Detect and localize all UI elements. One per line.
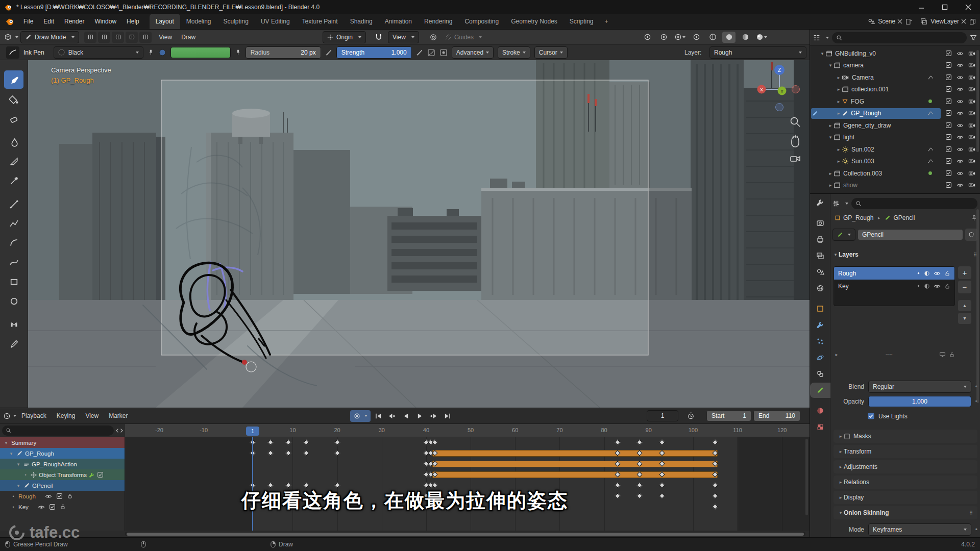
outliner-scrollbar[interactable] xyxy=(976,50,979,152)
disclosure-triangle[interactable]: ▾ xyxy=(819,51,825,56)
onion-skinning-panel-header[interactable]: ▾Onion Skinning ⠿ xyxy=(834,506,977,519)
object-visibility-icon[interactable] xyxy=(641,32,654,43)
playhead[interactable] xyxy=(252,437,253,531)
jump-to-end-button[interactable] xyxy=(441,410,453,422)
hide-eye-icon[interactable] xyxy=(957,62,964,69)
properties-editor-icon[interactable] xyxy=(832,200,840,207)
modifier-wrench-icon[interactable] xyxy=(89,472,95,478)
outliner-row-sun.002[interactable]: ▸Sun.002 xyxy=(810,143,980,156)
channel-object-transforms[interactable]: •Object Transforms xyxy=(0,469,125,480)
gpencil-datablock-browse[interactable] xyxy=(832,229,855,241)
radius-pressure-icon[interactable] xyxy=(325,49,332,56)
tool-fill[interactable] xyxy=(4,90,23,108)
exclude-checkbox[interactable] xyxy=(945,146,952,153)
hide-eye-icon[interactable] xyxy=(957,110,964,117)
outliner-row-collection.001[interactable]: ▸collection.001 xyxy=(810,84,980,96)
use-lights-checkbox[interactable] xyxy=(867,412,875,420)
tool-arc[interactable] xyxy=(4,234,23,252)
exclude-checkbox[interactable] xyxy=(945,122,952,129)
viewport-3d[interactable]: Z X Y Camera Perspective (1) GP_Rough xyxy=(28,60,810,408)
hide-eye-icon[interactable] xyxy=(957,86,964,93)
menu-window[interactable]: Window xyxy=(89,14,121,29)
falloff-toggle-icon[interactable] xyxy=(427,48,435,57)
disclosure-triangle[interactable]: ▸ xyxy=(827,171,834,176)
workspace-tab-animation[interactable]: Animation xyxy=(379,14,418,29)
shading-material-icon[interactable] xyxy=(739,32,752,43)
blend-dropdown[interactable]: Regular xyxy=(868,381,971,393)
use-lights-label[interactable]: Use Lights xyxy=(878,413,908,420)
hide-eye-icon[interactable] xyxy=(957,182,964,189)
outliner-row-gnbuilding_v0[interactable]: ▾GNBuilding_v0 xyxy=(810,47,980,60)
multiframe-icon[interactable] xyxy=(84,32,96,43)
exclude-checkbox[interactable] xyxy=(945,134,952,141)
tool-circle[interactable] xyxy=(4,292,23,310)
panel-display[interactable]: ▸Display xyxy=(834,491,977,504)
exclude-checkbox[interactable] xyxy=(945,110,952,117)
workspace-tab-rendering[interactable]: Rendering xyxy=(418,14,458,29)
exclude-checkbox[interactable] xyxy=(945,182,952,189)
menu-file[interactable]: File xyxy=(18,14,38,29)
workspace-tab-scripting[interactable]: Scripting xyxy=(564,14,600,29)
layer-hide-icon[interactable] xyxy=(934,283,941,290)
disable-render-icon[interactable] xyxy=(968,110,976,117)
play-button[interactable] xyxy=(413,410,426,422)
disclosure-triangle[interactable]: ▸ xyxy=(836,159,842,164)
screen-icon[interactable] xyxy=(939,351,946,358)
properties-tab-view-layer[interactable] xyxy=(810,248,830,263)
viewport-scene[interactable]: Z X Y xyxy=(28,60,810,408)
advanced-popover[interactable]: Advanced xyxy=(452,46,494,59)
use-preview-range-icon[interactable] xyxy=(687,412,695,420)
outliner-row-show[interactable]: ▸show xyxy=(810,180,980,192)
tool-line[interactable] xyxy=(4,195,23,213)
exclude-checkbox[interactable] xyxy=(945,98,952,105)
scene-unlink-icon[interactable] xyxy=(897,19,902,24)
expand-collapse-icon[interactable] xyxy=(116,428,123,434)
disable-render-icon[interactable] xyxy=(968,122,976,129)
outliner-row-camera[interactable]: ▾camera xyxy=(810,60,980,72)
hide-eye-icon[interactable] xyxy=(957,122,964,129)
disclosure-triangle[interactable]: ▸ xyxy=(836,87,842,92)
disclosure-triangle[interactable]: ▸ xyxy=(836,75,842,80)
material-dropdown[interactable]: Black xyxy=(54,46,143,59)
disclosure-triangle[interactable]: ▾ xyxy=(827,63,834,68)
disable-render-icon[interactable] xyxy=(968,50,976,57)
menu-edit[interactable]: Edit xyxy=(38,14,59,29)
long-keyframe-bar[interactable] xyxy=(432,461,718,467)
vertex-color-swatch[interactable] xyxy=(170,47,231,58)
lock-icon[interactable] xyxy=(949,352,955,358)
disclosure-triangle[interactable]: ▸ xyxy=(827,183,834,188)
select-mask-segment-icon[interactable] xyxy=(126,32,138,43)
exclude-checkbox[interactable] xyxy=(945,50,952,57)
breadcrumb-data[interactable]: GPencil xyxy=(893,214,915,221)
mask-icon[interactable] xyxy=(924,283,930,289)
workspace-tab-geometry-nodes[interactable]: Geometry Nodes xyxy=(505,14,564,29)
layers-panel-title[interactable]: Layers xyxy=(839,251,859,258)
copy-view-layer-icon[interactable] xyxy=(969,18,976,25)
fake-user-button[interactable] xyxy=(965,229,977,241)
properties-tab-world[interactable] xyxy=(810,281,830,296)
layer-hide-icon[interactable] xyxy=(934,270,941,277)
add-layer-button[interactable]: + xyxy=(958,266,971,279)
tool-draw[interactable] xyxy=(4,70,23,89)
long-keyframe-bar[interactable] xyxy=(432,471,718,478)
properties-tab-render[interactable] xyxy=(810,215,830,231)
properties-tab-object-data[interactable] xyxy=(810,383,830,398)
radius-slider[interactable]: Radius 20 px xyxy=(246,46,321,59)
tool-interpolate[interactable] xyxy=(4,315,23,334)
tool-cutter[interactable] xyxy=(4,152,23,170)
outliner-search[interactable] xyxy=(832,32,967,43)
exclude-checkbox[interactable] xyxy=(945,170,952,177)
properties-tab-particles[interactable] xyxy=(810,334,830,349)
breadcrumb-object[interactable]: GP_Rough xyxy=(843,214,873,221)
layer-specials-button[interactable]: ▸ xyxy=(834,352,840,357)
timeline-menu-playback[interactable]: Playback xyxy=(16,408,52,423)
disable-render-icon[interactable] xyxy=(968,170,976,177)
menu-view[interactable]: View xyxy=(154,30,177,44)
snap-magnet-icon[interactable] xyxy=(375,33,383,41)
origin-dropdown[interactable]: Origin xyxy=(323,31,366,43)
exclude-checkbox[interactable] xyxy=(945,86,952,93)
auto-keying-button[interactable] xyxy=(350,410,371,422)
mute-checkbox[interactable] xyxy=(97,471,104,478)
shading-wireframe-icon[interactable] xyxy=(706,32,719,43)
proportional-edit-icon[interactable] xyxy=(430,34,437,41)
